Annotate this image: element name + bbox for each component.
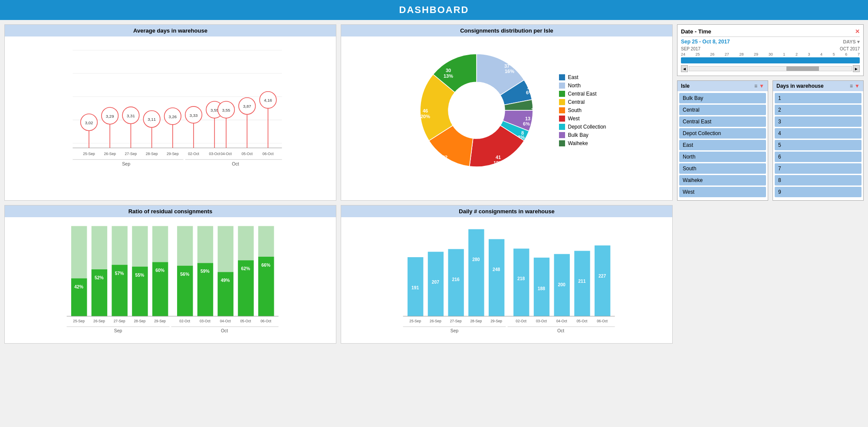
days-item-7[interactable]: 7 <box>775 163 861 174</box>
svg-text:49%: 49% <box>221 278 230 283</box>
svg-text:32: 32 <box>442 155 447 160</box>
svg-text:42%: 42% <box>74 285 83 289</box>
legend-waiheke: Waiheke <box>559 140 606 146</box>
legend-east: East <box>559 74 606 80</box>
legend-bulk-bay: Bulk Bay <box>559 132 606 138</box>
isle-item-central-east[interactable]: Central East <box>679 116 766 127</box>
svg-text:06-Oct: 06-Oct <box>597 319 608 323</box>
legend-box-east <box>559 74 565 80</box>
svg-text:3,55: 3,55 <box>210 108 219 113</box>
legend-box-waiheke <box>559 140 565 146</box>
header-title: DASHBOARD <box>399 4 469 15</box>
days-filter-title: Days in warehouse <box>776 83 824 89</box>
days-item-9[interactable]: 9 <box>775 187 861 197</box>
svg-text:18%: 18% <box>493 160 503 166</box>
svg-text:57%: 57% <box>115 271 124 276</box>
svg-text:3,29: 3,29 <box>106 114 114 119</box>
svg-text:25-Sep: 25-Sep <box>73 319 85 323</box>
avg-days-panel: Average days in warehouse <box>4 24 336 201</box>
legend-central-east: Central East <box>559 91 606 97</box>
svg-text:14: 14 <box>527 85 533 90</box>
svg-text:6%: 6% <box>526 90 533 95</box>
legend-south: South <box>559 107 606 113</box>
svg-rect-123 <box>595 245 610 316</box>
isle-sort-icon[interactable]: ≡ <box>754 83 757 89</box>
svg-text:Sep: Sep <box>450 328 459 333</box>
isle-item-east[interactable]: East <box>679 140 766 150</box>
oct-label: OCT 2017 <box>840 46 860 51</box>
isle-item-north[interactable]: North <box>679 152 766 162</box>
svg-text:04-Oct: 04-Oct <box>220 152 232 156</box>
days-sort-icon[interactable]: ≡ <box>850 83 853 89</box>
svg-text:227: 227 <box>598 274 606 278</box>
svg-text:20%: 20% <box>421 114 430 119</box>
svg-text:13: 13 <box>525 116 530 121</box>
days-item-5[interactable]: 5 <box>775 140 861 150</box>
svg-text:02-Oct: 02-Oct <box>179 319 191 323</box>
legend-box-central-east <box>559 91 565 97</box>
avg-days-chart: 3,02 3,29 3,31 3,11 3,26 3,33 3,55 3,55 … <box>9 41 332 171</box>
svg-text:06-Oct: 06-Oct <box>260 319 272 323</box>
svg-text:28-Sep: 28-Sep <box>470 319 482 323</box>
daily-panel: Daily # consignments in warehouse <box>341 205 673 344</box>
days-dropdown[interactable]: DAYS ▾ <box>843 39 860 45</box>
svg-text:05-Oct: 05-Oct <box>241 152 253 156</box>
filter-clear-icon[interactable]: ✕ <box>855 28 860 35</box>
svg-text:27-Sep: 27-Sep <box>125 152 137 156</box>
isle-item-central[interactable]: Central <box>679 105 766 115</box>
svg-text:280: 280 <box>472 257 480 262</box>
isle-filter-icon[interactable]: ▼ <box>759 83 764 89</box>
legend-west: West <box>559 116 606 122</box>
isle-item-bulk-bay[interactable]: Bulk Bay <box>679 93 766 103</box>
days-item-2[interactable]: 2 <box>775 105 861 115</box>
ratio-title: Ratio of residual consignments <box>5 205 336 217</box>
isle-item-depot[interactable]: Depot Collection <box>679 128 766 139</box>
svg-text:02-Oct: 02-Oct <box>188 152 199 156</box>
legend-north: North <box>559 83 606 89</box>
right-column: Date - Time ✕ Sep 25 - Oct 8, 2017 DAYS … <box>677 24 864 201</box>
datetime-title: Date - Time <box>681 28 711 35</box>
isle-item-waiheke[interactable]: Waiheke <box>679 175 766 185</box>
daily-bar-chart: 191 207 216 280 248 218 188 200 211 227 … <box>345 222 668 339</box>
svg-text:30: 30 <box>446 68 451 73</box>
legend-box-central <box>559 99 565 105</box>
dashboard-header: DASHBOARD <box>0 0 868 20</box>
svg-text:28-Sep: 28-Sep <box>134 319 146 323</box>
legend-depot: Depot Collection <box>559 124 606 130</box>
svg-text:04-Oct: 04-Oct <box>220 319 231 323</box>
svg-text:3,26: 3,26 <box>168 114 177 119</box>
svg-text:3,33: 3,33 <box>190 113 198 118</box>
svg-text:60%: 60% <box>155 268 164 273</box>
days-item-1[interactable]: 1 <box>775 93 861 103</box>
days-filter-list: 1 2 3 4 5 6 7 8 9 <box>773 91 863 200</box>
daily-title: Daily # consignments in warehouse <box>341 205 672 217</box>
scroll-thumb[interactable] <box>786 66 819 71</box>
isle-filter-title: Isle <box>681 83 690 89</box>
days-item-3[interactable]: 3 <box>775 116 861 127</box>
days-filter-icon[interactable]: ▼ <box>855 83 860 89</box>
svg-text:29-Sep: 29-Sep <box>490 319 502 323</box>
days-item-4[interactable]: 4 <box>775 128 861 139</box>
svg-rect-116 <box>448 249 464 316</box>
scroll-track[interactable] <box>689 66 852 71</box>
scroll-right-btn[interactable]: ► <box>853 65 860 72</box>
svg-text:41: 41 <box>496 155 501 160</box>
days-item-6[interactable]: 6 <box>775 152 861 162</box>
donut-legend: East North Central East Central South <box>559 74 606 146</box>
isle-item-south[interactable]: South <box>679 163 766 174</box>
svg-text:218: 218 <box>517 276 525 281</box>
svg-text:4,16: 4,16 <box>264 98 272 103</box>
svg-text:26-Sep: 26-Sep <box>430 319 441 323</box>
svg-text:3,87: 3,87 <box>243 104 251 109</box>
svg-text:06-Oct: 06-Oct <box>263 152 274 156</box>
isle-item-west[interactable]: West <box>679 187 766 197</box>
svg-text:59%: 59% <box>201 269 210 274</box>
scroll-left-btn[interactable]: ◄ <box>681 65 688 72</box>
ratio-chart: 42% 52% 57% 55% 60% 56% 59% 49% 62% 66% … <box>9 222 332 339</box>
days-filter-header: Days in warehouse ≡ ▼ <box>773 81 863 91</box>
svg-text:56%: 56% <box>180 272 189 277</box>
filters-row: Isle ≡ ▼ Bulk Bay Central Central East D… <box>677 80 864 201</box>
svg-text:211: 211 <box>578 279 586 284</box>
days-item-8[interactable]: 8 <box>775 175 861 185</box>
svg-text:3,02: 3,02 <box>85 120 93 125</box>
